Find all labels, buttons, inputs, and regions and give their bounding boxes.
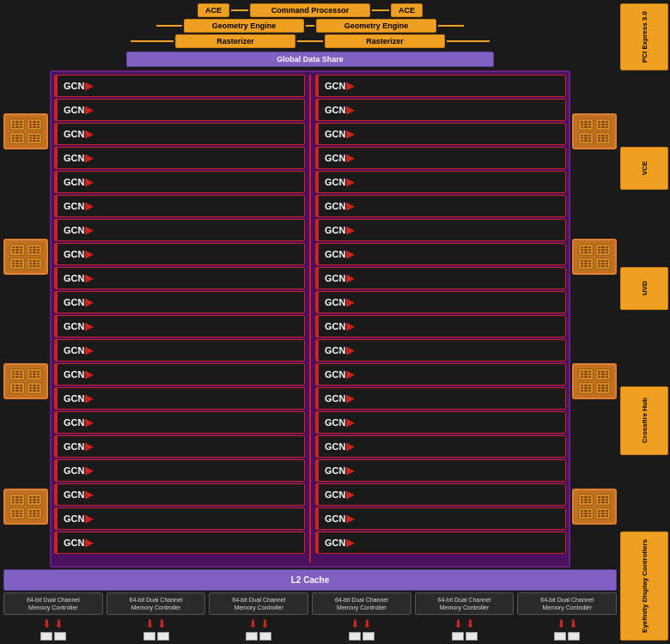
main-grid: GCN▶ GCN▶ GCN▶ GCN▶ GCN▶ GCN▶ GCN▶ GCN▶ … <box>3 70 617 568</box>
mem-chip-small-9 <box>452 632 464 641</box>
gcn-column-right: GCN▶ GCN▶ GCN▶ GCN▶ GCN▶ GCN▶ GCN▶ GCN▶ … <box>315 75 566 563</box>
mem-arrow-down-5: ⬇ <box>248 617 258 630</box>
top-row3: Rasterizer Rasterizer <box>3 34 617 48</box>
mem-arrow-down-9: ⬇ <box>454 617 463 630</box>
gcn-column-left: GCN▶ GCN▶ GCN▶ GCN▶ GCN▶ GCN▶ GCN▶ GCN▶ … <box>54 75 305 563</box>
right-memory-cols <box>572 70 617 568</box>
gcn-block-r15: GCN▶ <box>315 411 566 434</box>
mem-arrow-down-6: ⬇ <box>260 617 270 630</box>
mem-chip-small-4 <box>157 632 169 641</box>
mem-arrow-group-3: ⬇ ⬇ <box>209 617 308 641</box>
gcn-block-l1: GCN▶ <box>54 75 305 97</box>
gcn-block-r12: GCN▶ <box>315 339 566 361</box>
gcn-block-l11: GCN▶ <box>54 315 305 337</box>
pci-express-label: PCI Express 3.0 <box>620 3 668 70</box>
mem-arrow-group-5: ⬇ ⬇ <box>415 617 515 641</box>
gcn-block-r1: GCN▶ <box>315 75 566 97</box>
gcn-block-l12: GCN▶ <box>54 339 305 361</box>
gcn-block-r20: GCN▶ <box>315 532 566 554</box>
gcn-block-l8: GCN▶ <box>54 243 305 265</box>
mem-chip-small-5 <box>246 632 258 641</box>
gcn-block-r18: GCN▶ <box>315 483 566 506</box>
memory-controller-4: 64-bit Dual ChannelMemory Controller <box>312 592 411 615</box>
main-container: ACE Command Processor ACE Geometry Engin… <box>0 0 670 644</box>
memory-group-left-4 <box>3 489 48 525</box>
memory-group-left-1 <box>3 113 48 149</box>
gcn-block-r16: GCN▶ <box>315 435 566 458</box>
gcn-block-r17: GCN▶ <box>315 459 566 482</box>
mem-chip-small-10 <box>466 632 478 641</box>
right-side: PCI Express 3.0 VCE UVD Crossfire Hub Ey… <box>620 0 670 644</box>
mem-arrow-group-6: ⬇ ⬇ <box>517 617 617 641</box>
top-row2: Geometry Engine Geometry Engine <box>3 19 617 33</box>
gcn-block-r10: GCN▶ <box>315 291 566 313</box>
mem-arrow-down-10: ⬇ <box>466 617 475 630</box>
mem-arrow-down-7: ⬇ <box>350 617 360 630</box>
gcn-block-l7: GCN▶ <box>54 219 305 241</box>
mem-arrow-down-12: ⬇ <box>569 617 578 630</box>
vce-label: VCE <box>620 147 668 190</box>
mem-chip-small-2 <box>54 632 66 641</box>
gcn-block-l18: GCN▶ <box>54 483 305 506</box>
mem-chip-small-11 <box>554 632 566 641</box>
gcn-block-r5: GCN▶ <box>315 171 566 193</box>
mem-arrow-down-3: ⬇ <box>145 617 155 630</box>
memory-group-right-2 <box>572 239 617 275</box>
gcn-block-l9: GCN▶ <box>54 267 305 289</box>
gcn-block-l17: GCN▶ <box>54 459 305 482</box>
gcn-block-r9: GCN▶ <box>315 267 566 289</box>
gcn-block-l2: GCN▶ <box>54 99 305 121</box>
memory-group-left-2 <box>3 239 48 275</box>
gcn-block-r4: GCN▶ <box>315 147 566 169</box>
gcn-block-r7: GCN▶ <box>315 219 566 241</box>
geometry-engine-left: Geometry Engine <box>184 19 304 33</box>
rasterizer-right: Rasterizer <box>325 34 445 48</box>
ace-left: ACE <box>198 3 229 17</box>
gcn-block-r11: GCN▶ <box>315 315 566 337</box>
gcn-divider <box>309 75 311 563</box>
gcn-block-l15: GCN▶ <box>54 411 305 434</box>
mem-chip-small-7 <box>349 632 361 641</box>
mem-arrow-down-11: ⬇ <box>557 617 566 630</box>
gcn-block-l5: GCN▶ <box>54 171 305 193</box>
gcn-block-r6: GCN▶ <box>315 195 566 217</box>
memory-controller-5: 64-bit Dual ChannelMemory Controller <box>415 592 515 615</box>
ace-right: ACE <box>391 3 423 17</box>
gcn-block-l4: GCN▶ <box>54 147 305 169</box>
mem-arrow-down-8: ⬇ <box>362 617 372 630</box>
left-memory-cols <box>3 70 48 568</box>
uvd-label: UVD <box>620 267 668 310</box>
gcn-block-l19: GCN▶ <box>54 507 305 530</box>
gcn-block-l6: GCN▶ <box>54 195 305 217</box>
mem-chip-small-8 <box>362 632 375 641</box>
gcn-block-l3: GCN▶ <box>54 123 305 145</box>
mem-arrow-down-4: ⬇ <box>157 617 167 630</box>
gcn-block-l13: GCN▶ <box>54 363 305 386</box>
mem-chip-small-1 <box>40 632 52 641</box>
top-row1: ACE Command Processor ACE <box>3 3 617 17</box>
gcn-block-l10: GCN▶ <box>54 291 305 313</box>
gcn-block-l14: GCN▶ <box>54 387 305 410</box>
memory-controller-6: 64-bit Dual ChannelMemory Controller <box>517 592 617 615</box>
mem-chip-small-6 <box>259 632 271 641</box>
left-side: ACE Command Processor ACE Geometry Engin… <box>0 0 620 644</box>
gcn-block-r19: GCN▶ <box>315 507 566 530</box>
gcn-block-r3: GCN▶ <box>315 123 566 145</box>
rasterizer-left: Rasterizer <box>175 34 295 48</box>
gcn-block-r2: GCN▶ <box>315 99 566 121</box>
crossfire-label: Crossfire Hub <box>620 386 668 455</box>
gcn-block-r8: GCN▶ <box>315 243 566 265</box>
memory-controller-3: 64-bit Dual ChannelMemory Controller <box>209 592 308 615</box>
memory-controller-2: 64-bit Dual ChannelMemory Controller <box>107 592 206 615</box>
memory-arrows-section: ⬇ ⬇ ⬇ ⬇ <box>3 617 617 641</box>
mem-arrow-down-2: ⬇ <box>54 617 64 630</box>
memory-controllers-row: 64-bit Dual ChannelMemory Controller 64-… <box>3 592 617 615</box>
mem-chip-small-3 <box>143 632 155 641</box>
memory-group-right-1 <box>572 113 617 149</box>
gcn-block-l16: GCN▶ <box>54 435 305 458</box>
eyefinity-label: Eyefinity Display Controllers <box>620 532 668 641</box>
mem-arrow-down-1: ⬇ <box>42 617 52 630</box>
mem-arrow-group-2: ⬇ ⬇ <box>107 617 206 641</box>
global-data-share: Global Data Share <box>126 52 494 67</box>
gcn-block-r14: GCN▶ <box>315 387 566 410</box>
